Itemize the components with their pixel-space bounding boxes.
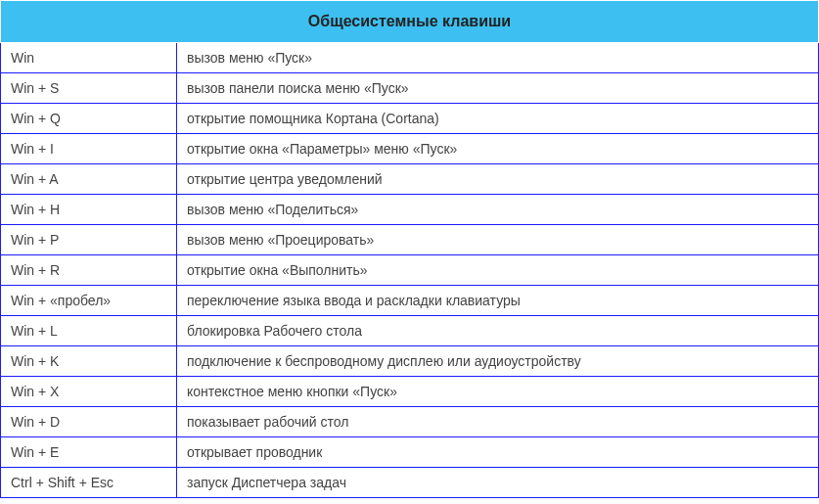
table-row: Win + Pвызов меню «Проецировать» [1,225,819,255]
shortcut-desc: контекстное меню кнопки «Пуск» [177,377,819,407]
shortcut-desc: вызов панели поиска меню «Пуск» [177,73,819,104]
shortcut-key: Win + Q [1,104,177,134]
table-row: Win + Dпоказывает рабочий стол [1,407,819,437]
table-row: Win + Kподключение к беспроводному диспл… [1,346,819,377]
shortcut-key: Win + P [1,225,177,255]
table-row: Win + Iоткрытие окна «Параметры» меню «П… [1,134,819,164]
table-row: Win + Hвызов меню «Поделиться» [1,195,819,225]
table-row: Win + Rоткрытие окна «Выполнить» [1,255,819,286]
shortcut-desc: переключение языка ввода и раскладки кла… [177,286,819,316]
shortcut-key: Win + R [1,255,177,286]
shortcut-desc: подключение к беспроводному дисплею или … [177,346,819,377]
shortcut-key: Win + «пробел» [1,286,177,316]
table-row: Ctrl + Shift + Escзапуск Диспетчера зада… [1,468,819,498]
shortcut-key: Win [1,43,177,73]
shortcut-desc: вызов меню «Проецировать» [177,225,819,255]
table-row: Win + Sвызов панели поиска меню «Пуск» [1,73,819,104]
shortcuts-table: Общесистемные клавиши Winвызов меню «Пус… [0,0,819,498]
shortcut-key: Ctrl + Shift + Esc [1,468,177,498]
shortcut-key: Win + E [1,437,177,468]
shortcut-key: Win + D [1,407,177,437]
table-row: Win + Lблокировка Рабочего стола [1,316,819,346]
shortcut-key: Win + A [1,164,177,195]
shortcut-desc: открытие окна «Параметры» меню «Пуск» [177,134,819,164]
shortcut-desc: открывает проводник [177,437,819,468]
table-row: Win + Qоткрытие помощника Кортана (Corta… [1,104,819,134]
shortcut-desc: открытие окна «Выполнить» [177,255,819,286]
shortcut-desc: запуск Диспетчера задач [177,468,819,498]
table-row: Win + Aоткрытие центра уведомлений [1,164,819,195]
shortcut-key: Win + K [1,346,177,377]
table-row: Winвызов меню «Пуск» [1,43,819,73]
shortcut-key: Win + I [1,134,177,164]
shortcut-desc: вызов меню «Пуск» [177,43,819,73]
shortcut-desc: показывает рабочий стол [177,407,819,437]
shortcut-key: Win + X [1,377,177,407]
shortcut-key: Win + L [1,316,177,346]
shortcut-desc: блокировка Рабочего стола [177,316,819,346]
shortcut-desc: вызов меню «Поделиться» [177,195,819,225]
shortcut-desc: открытие центра уведомлений [177,164,819,195]
table-row: Win + Xконтекстное меню кнопки «Пуск» [1,377,819,407]
table-header-title: Общесистемные клавиши [1,1,819,43]
shortcut-key: Win + S [1,73,177,104]
table-row: Win + «пробел»переключение языка ввода и… [1,286,819,316]
shortcut-key: Win + H [1,195,177,225]
table-row: Win + Eоткрывает проводник [1,437,819,468]
shortcut-desc: открытие помощника Кортана (Cortana) [177,104,819,134]
